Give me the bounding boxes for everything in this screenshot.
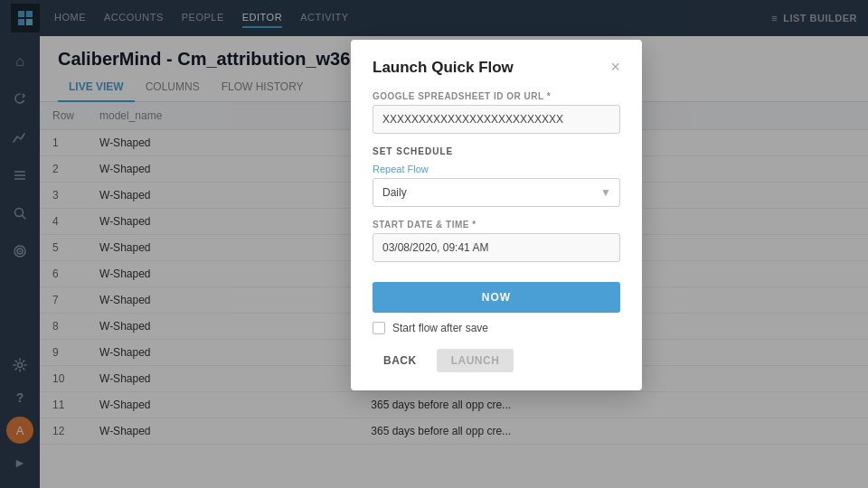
repeat-flow-label: Repeat Flow bbox=[373, 164, 620, 174]
spreadsheet-input[interactable] bbox=[373, 105, 620, 134]
modal-header: Launch Quick Flow × bbox=[373, 58, 620, 77]
start-flow-checkbox-row: Start flow after save bbox=[373, 322, 620, 334]
spreadsheet-group: Google Spreadsheet ID or URL * bbox=[373, 91, 620, 134]
launch-button[interactable]: LAUNCH bbox=[437, 349, 514, 372]
modal-close-button[interactable]: × bbox=[610, 58, 620, 77]
launch-quick-flow-modal: Launch Quick Flow × Google Spreadsheet I… bbox=[351, 40, 642, 390]
repeat-select-wrap: Daily Weekly Monthly Once ▼ bbox=[373, 178, 620, 207]
modal-title: Launch Quick Flow bbox=[373, 59, 514, 77]
datetime-input[interactable] bbox=[373, 233, 620, 262]
repeat-flow-group: Repeat Flow Daily Weekly Monthly Once ▼ bbox=[373, 164, 620, 207]
datetime-group: Start date & time * bbox=[373, 220, 620, 262]
section-schedule-label: SET SCHEDULE bbox=[373, 146, 620, 156]
datetime-label: Start date & time * bbox=[373, 220, 620, 230]
start-flow-label: Start flow after save bbox=[392, 322, 488, 334]
back-button[interactable]: BACK bbox=[373, 349, 428, 372]
repeat-flow-select[interactable]: Daily Weekly Monthly Once bbox=[373, 178, 620, 207]
now-button[interactable]: NOW bbox=[373, 282, 620, 313]
start-flow-checkbox[interactable] bbox=[373, 322, 385, 334]
spreadsheet-label: Google Spreadsheet ID or URL * bbox=[373, 91, 620, 101]
modal-footer: BACK LAUNCH bbox=[373, 349, 620, 372]
